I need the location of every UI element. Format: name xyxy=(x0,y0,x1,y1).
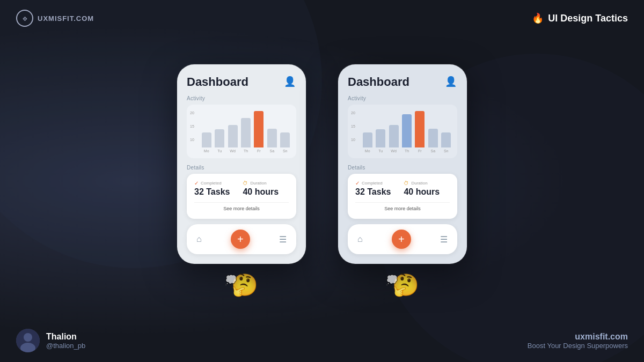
thinking-emoji-1: 💭 🤔 xyxy=(225,272,258,298)
bar-group-2-sn: Sn xyxy=(441,132,451,153)
author-section: Thalion @thalion_pb xyxy=(16,329,85,352)
details-card-1: ✓ Completed 32 Tasks ⏱ Duration 40 hours xyxy=(187,174,296,219)
details-label-1: Details xyxy=(187,165,296,171)
site-url: uxmisfit.com xyxy=(528,332,628,342)
bar-group-2-th: Th xyxy=(402,114,412,153)
bar-group-2-mo: Mo xyxy=(363,132,372,153)
dashboard-title-2: Dashboard xyxy=(348,75,409,89)
logo: ⟐ UXMISFIT.COM xyxy=(16,10,94,27)
bar-th xyxy=(241,118,251,147)
bottom-footer: Thalion @thalion_pb uxmisfit.com Boost Y… xyxy=(0,319,644,362)
details-row-2: ✓ Completed 32 Tasks ⏱ Duration 40 hours xyxy=(355,180,450,197)
details-section-2: Details ✓ Completed 32 Tasks ⏱ xyxy=(348,165,457,219)
bar-group-2-fr: Fr xyxy=(415,111,425,153)
bar-fr xyxy=(254,111,264,147)
screen-header-2: Dashboard 👤 xyxy=(348,75,457,89)
phone-2: Dashboard 👤 Activity 20 15 10 Mo xyxy=(338,64,467,264)
fab-2[interactable]: + xyxy=(392,230,411,249)
see-more-1[interactable]: See more details xyxy=(194,202,289,212)
bar-group-sa: Sa xyxy=(267,129,277,153)
completed-value-1: 32 Tasks xyxy=(194,187,230,197)
phone-1: Dashboard 👤 Activity 20 15 10 Mo xyxy=(177,64,306,264)
profile-icon-1[interactable]: 👤 xyxy=(283,75,296,88)
bar-2-fr xyxy=(415,111,425,147)
fab-1[interactable]: + xyxy=(231,230,250,249)
bottom-nav-2: ⌂ + ☰ xyxy=(348,224,457,254)
duration-label-1: Duration xyxy=(250,181,266,186)
bar-2-sn xyxy=(441,132,451,147)
chart-area-1: 20 15 10 Mo Tu Wd xyxy=(187,105,296,158)
bar-group-2-sa: Sa xyxy=(428,129,438,153)
bar-sa xyxy=(267,129,277,147)
bar-mo xyxy=(202,132,211,147)
svg-point-1 xyxy=(24,333,32,342)
check-icon-1: ✓ xyxy=(194,180,199,186)
bar-2-th xyxy=(402,114,412,147)
details-section-1: Details ✓ Completed 32 Tasks ⏱ xyxy=(187,165,296,219)
menu-icon-2[interactable]: ☰ xyxy=(440,234,448,245)
screen-header-1: Dashboard 👤 xyxy=(187,75,296,89)
bar-2-tu xyxy=(376,129,385,147)
ui-tactics-label: 🔥 UI Design Tactics xyxy=(532,12,628,24)
bar-group-mo: Mo xyxy=(202,132,211,153)
y-labels-1: 20 15 10 xyxy=(190,111,194,142)
completed-item-1: ✓ Completed 32 Tasks xyxy=(194,180,230,197)
see-more-2[interactable]: See more details xyxy=(355,202,450,212)
completed-value-2: 32 Tasks xyxy=(355,187,391,197)
duration-label-2: Duration xyxy=(411,181,427,186)
bar-group-sn: Sn xyxy=(280,132,290,153)
phone-2-wrapper: Dashboard 👤 Activity 20 15 10 Mo xyxy=(338,64,467,298)
phone-1-wrapper: Dashboard 👤 Activity 20 15 10 Mo xyxy=(177,64,306,298)
dashboard-title-1: Dashboard xyxy=(187,75,248,89)
completed-label-2: Completed xyxy=(362,181,383,186)
bar-group-2-wd: Wd xyxy=(389,125,399,153)
check-icon-2: ✓ xyxy=(355,180,360,186)
bar-group-tu: Tu xyxy=(215,129,224,153)
main-content: Dashboard 👤 Activity 20 15 10 Mo xyxy=(0,32,644,330)
duration-item-1: ⏱ Duration 40 hours xyxy=(243,180,279,197)
menu-icon-1[interactable]: ☰ xyxy=(279,234,287,245)
thinking-emoji-2: 💭 🤔 xyxy=(386,272,419,298)
bar-2-wd xyxy=(389,125,399,147)
author-handle: @thalion_pb xyxy=(46,342,85,350)
activity-label-2: Activity xyxy=(348,95,457,101)
home-icon-1[interactable]: ⌂ xyxy=(196,234,202,244)
bar-wd xyxy=(228,125,238,147)
bar-group-th: Th xyxy=(241,118,251,153)
completed-item-2: ✓ Completed 32 Tasks xyxy=(355,180,391,197)
fire-icon: 🔥 xyxy=(532,12,544,24)
bar-2-mo xyxy=(363,132,372,147)
tactics-text: UI Design Tactics xyxy=(548,13,628,24)
details-card-2: ✓ Completed 32 Tasks ⏱ Duration 40 hours xyxy=(348,174,457,219)
details-label-2: Details xyxy=(348,165,457,171)
completed-label-1: Completed xyxy=(201,181,222,186)
y-labels-2: 20 15 10 xyxy=(351,111,355,142)
bottom-nav-1: ⌂ + ☰ xyxy=(187,224,296,254)
duration-value-2: 40 hours xyxy=(404,187,440,197)
profile-icon-2[interactable]: 👤 xyxy=(444,75,457,88)
logo-text: UXMISFIT.COM xyxy=(38,14,94,23)
bars-2: Mo Tu Wd Th xyxy=(362,110,452,153)
chart-area-2: 20 15 10 Mo Tu Wd xyxy=(348,105,457,158)
bars-1: Mo Tu Wd Th xyxy=(201,110,291,153)
top-header: ⟐ UXMISFIT.COM 🔥 UI Design Tactics xyxy=(0,0,644,36)
site-info: uxmisfit.com Boost Your Design Superpowe… xyxy=(528,332,628,350)
bar-2-sa xyxy=(428,129,438,147)
bar-tu xyxy=(215,129,224,147)
details-row-1: ✓ Completed 32 Tasks ⏱ Duration 40 hours xyxy=(194,180,289,197)
duration-item-2: ⏱ Duration 40 hours xyxy=(404,180,440,197)
home-icon-2[interactable]: ⌂ xyxy=(357,234,363,244)
clock-icon-2: ⏱ xyxy=(404,180,409,186)
bar-group-wd: Wd xyxy=(228,125,238,153)
bar-group-2-tu: Tu xyxy=(376,129,385,153)
author-name: Thalion xyxy=(46,332,85,342)
bar-sn xyxy=(280,132,290,147)
clock-icon-1: ⏱ xyxy=(243,180,248,186)
site-tagline: Boost Your Design Superpowers xyxy=(528,342,628,350)
activity-label-1: Activity xyxy=(187,95,296,101)
author-info: Thalion @thalion_pb xyxy=(46,332,85,350)
duration-value-1: 40 hours xyxy=(243,187,279,197)
bar-group-fr: Fr xyxy=(254,111,264,153)
logo-icon: ⟐ xyxy=(16,10,33,27)
author-avatar xyxy=(16,329,40,352)
